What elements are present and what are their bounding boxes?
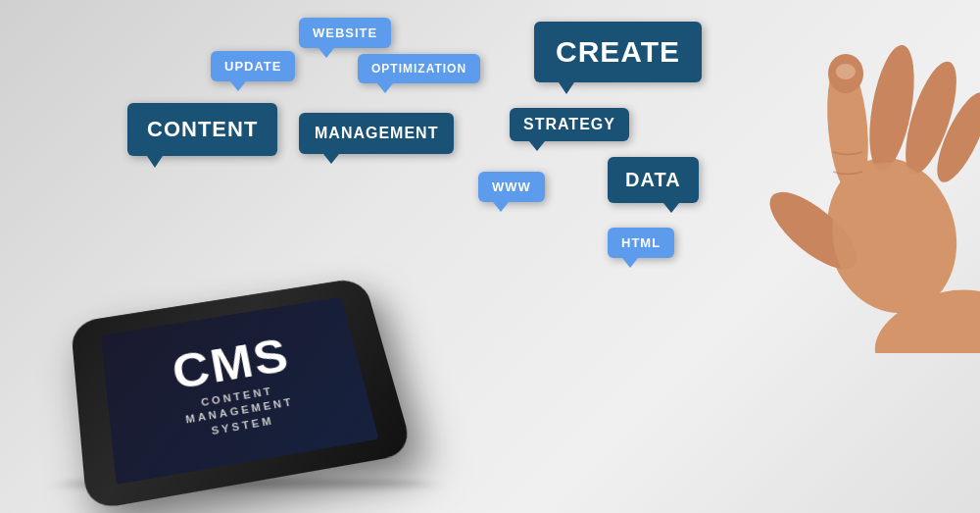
main-scene: CMS CONTENT MANAGEMENT SYSTEM CONTENT UP… <box>0 0 980 513</box>
cms-display: CMS CONTENT MANAGEMENT SYSTEM <box>170 332 305 444</box>
hand-svg <box>706 0 980 353</box>
bubble-strategy: STRATEGY <box>510 108 629 141</box>
phone-screen: CMS CONTENT MANAGEMENT SYSTEM <box>100 297 378 485</box>
bubble-data: DATA <box>608 157 699 203</box>
bubble-optimization: OPTIMIZATION <box>358 54 480 83</box>
bubble-create: CREATE <box>534 22 702 82</box>
phone: CMS CONTENT MANAGEMENT SYSTEM <box>71 277 414 511</box>
bubble-html: HTML <box>608 228 674 258</box>
bubble-update: UPDATE <box>211 51 295 81</box>
svg-point-9 <box>836 64 856 79</box>
bubble-www: WWW <box>478 172 545 202</box>
bubble-content: CONTENT <box>127 103 277 156</box>
bubble-management: MANAGEMENT <box>299 113 454 154</box>
bubble-website: WEBSITE <box>299 18 391 48</box>
hand-container <box>706 0 980 353</box>
